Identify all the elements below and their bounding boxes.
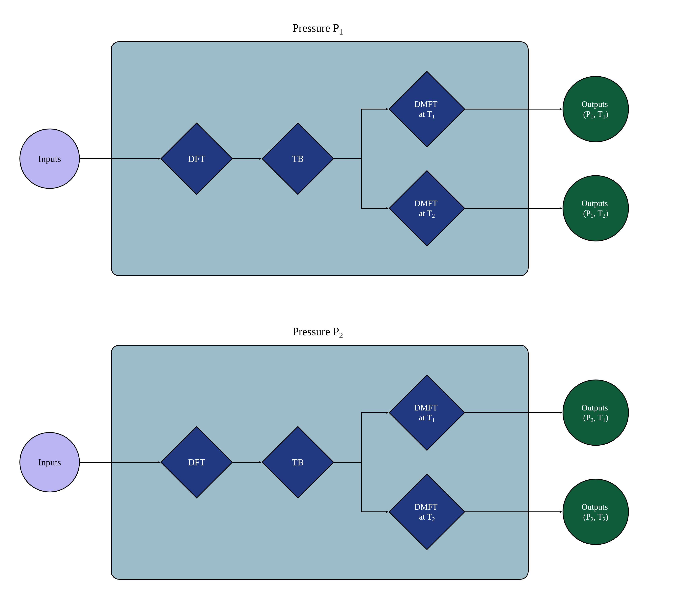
svg-text:DFT: DFT xyxy=(188,154,205,164)
inputs-label: Inputs xyxy=(38,154,61,164)
panel-p1: Pressure P1 Inputs DFT TB DMFT at T1 xyxy=(20,22,628,276)
workflow-diagram: Pressure P1 Inputs DFT TB DMFT at T1 xyxy=(0,0,695,616)
panel-title: Pressure P1 xyxy=(292,22,343,36)
inputs-label: Inputs xyxy=(38,457,61,468)
output-p2t2-label: Outputs (P2, T2) xyxy=(581,502,610,522)
output-p2t1-node xyxy=(563,380,628,445)
output-p2t1-label: Outputs (P2, T1) xyxy=(581,403,610,423)
panel-p2: Pressure P2 Inputs DFT TB DMFT at T1 DMF… xyxy=(20,325,628,579)
svg-text:DFT: DFT xyxy=(188,457,205,468)
output-p1t2-node xyxy=(563,176,628,241)
output-p1t2-label: Outputs (P1, T2) xyxy=(581,199,610,219)
output-p2t2-node xyxy=(563,479,628,545)
svg-text:TB: TB xyxy=(292,457,304,468)
panel-title: Pressure P2 xyxy=(292,325,343,340)
output-p1t1-node xyxy=(563,76,628,142)
output-p1t1-label: Outputs (P1, T1) xyxy=(581,100,610,120)
svg-text:TB: TB xyxy=(292,154,304,164)
